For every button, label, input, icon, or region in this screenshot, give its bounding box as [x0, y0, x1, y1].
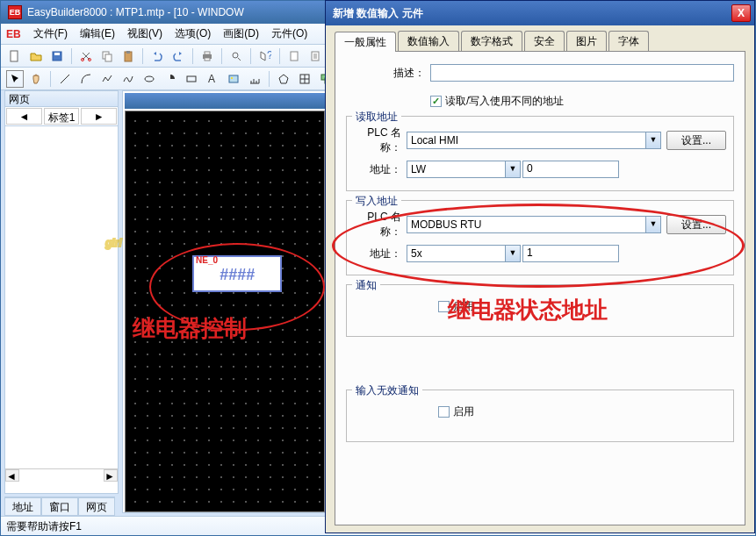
- tb-find-icon[interactable]: [227, 47, 245, 65]
- invalid-enable-checkbox[interactable]: [438, 406, 450, 418]
- notify-enable-checkbox[interactable]: [438, 301, 450, 312]
- dialog-close-button[interactable]: X: [731, 4, 751, 22]
- write-plc-label: PLC 名称：: [354, 210, 407, 239]
- write-addr-label: 地址：: [354, 247, 407, 261]
- bottom-tab-addr[interactable]: 地址: [4, 497, 41, 516]
- write-addr-type-combo[interactable]: 5x▼: [407, 245, 521, 262]
- tb-doc2-icon[interactable]: [306, 47, 324, 65]
- chevron-down-icon[interactable]: ▼: [645, 132, 660, 148]
- chevron-down-icon[interactable]: ▼: [505, 161, 520, 177]
- dialog-titlebar: 新增 数值输入 元件 X: [326, 1, 754, 25]
- read-addr-legend: 读取地址: [352, 110, 401, 125]
- svg-rect-0: [11, 51, 18, 61]
- bottom-tab-win[interactable]: 窗口: [41, 497, 78, 516]
- svg-rect-20: [229, 75, 238, 82]
- left-tab-next[interactable]: ►: [81, 108, 117, 125]
- svg-text:?: ?: [267, 50, 271, 61]
- menu-view[interactable]: 视图(V): [122, 25, 168, 43]
- read-addr-label: 地址：: [354, 162, 407, 177]
- tb-scale-icon[interactable]: [246, 70, 263, 88]
- svg-rect-11: [205, 58, 210, 61]
- tb-grid-icon[interactable]: [296, 70, 313, 88]
- notify-enable-label: 启用: [453, 299, 474, 314]
- diff-addr-checkbox[interactable]: [430, 96, 442, 107]
- svg-rect-18: [187, 76, 196, 82]
- scroll-left-icon[interactable]: ◄: [5, 469, 19, 482]
- canvas-workspace[interactable]: NE_0 #### 继电器控制: [125, 111, 325, 512]
- left-panel: 网页 ◄ 标签1 ► ◄ ►: [4, 90, 119, 494]
- fieldset-read-addr: 读取地址 PLC 名称： Local HMI▼ 设置... 地址： LW▼ 0: [346, 116, 734, 191]
- diff-addr-label: 读取/写入使用不同的地址: [445, 94, 564, 109]
- tb-copy-icon[interactable]: [98, 47, 116, 65]
- left-tab-prev[interactable]: ◄: [6, 108, 42, 125]
- tb-line-icon[interactable]: [56, 70, 74, 88]
- menu-option[interactable]: 选项(O): [169, 25, 216, 43]
- left-tab-strip: ◄ 标签1 ►: [5, 107, 118, 126]
- svg-rect-10: [205, 52, 210, 54]
- tb-open-icon[interactable]: [27, 47, 45, 65]
- chevron-down-icon[interactable]: ▼: [645, 217, 660, 232]
- tb-save-icon[interactable]: [48, 47, 66, 65]
- chevron-down-icon[interactable]: ▼: [505, 246, 520, 261]
- svg-rect-6: [105, 54, 112, 61]
- fieldset-notify: 通知 启用: [346, 284, 734, 337]
- read-settings-button[interactable]: 设置...: [666, 131, 726, 150]
- tb-spline-icon[interactable]: [119, 70, 137, 88]
- svg-point-17: [145, 76, 154, 82]
- dialog-tabs: 一般属性 数值输入 数字格式 安全 图片 字体: [335, 31, 745, 52]
- tb-hand-icon[interactable]: [27, 70, 45, 88]
- scroll-right-icon[interactable]: ►: [104, 469, 118, 482]
- svg-point-21: [231, 77, 233, 79]
- read-plc-label: PLC 名称：: [354, 125, 407, 155]
- tb-arc-icon[interactable]: [77, 70, 95, 88]
- tb-rect-icon[interactable]: [183, 70, 200, 88]
- menu-object[interactable]: 元件(O): [266, 25, 313, 43]
- write-plc-combo[interactable]: MODBUS RTU▼: [407, 216, 661, 233]
- tab-security[interactable]: 安全: [524, 31, 565, 51]
- desc-label: 描述：: [346, 66, 430, 81]
- write-addr-value-input[interactable]: 1: [522, 245, 619, 262]
- svg-rect-2: [54, 53, 60, 55]
- tab-numeric-input[interactable]: 数值输入: [398, 31, 459, 51]
- read-addr-type-combo[interactable]: LW▼: [407, 161, 521, 178]
- svg-text:A: A: [208, 73, 215, 85]
- tb-undo-icon[interactable]: [148, 47, 166, 65]
- annotation-text-1: 继电器控制: [133, 313, 247, 344]
- tb-redo-icon[interactable]: [169, 47, 187, 65]
- menu-file[interactable]: 文件(F): [28, 25, 73, 43]
- left-tab-1[interactable]: 标签1: [44, 108, 80, 125]
- tb-pointer-icon[interactable]: [6, 70, 24, 88]
- notify-legend: 通知: [352, 278, 380, 293]
- tb-image-icon[interactable]: [225, 70, 242, 88]
- tb-pie-icon[interactable]: [162, 70, 179, 88]
- tb-new-icon[interactable]: [6, 47, 24, 65]
- tb-paste-icon[interactable]: [119, 47, 137, 65]
- tab-image[interactable]: 图片: [566, 31, 607, 51]
- dialog-page-general: 描述： 读取/写入使用不同的地址 读取地址 PLC 名称： Local HMI▼…: [335, 52, 745, 525]
- tb-polygon-icon[interactable]: [275, 70, 292, 88]
- menu-draw[interactable]: 画图(D): [218, 25, 264, 43]
- read-addr-value-input[interactable]: 0: [522, 161, 619, 178]
- menu-edit[interactable]: 编辑(E): [75, 25, 120, 43]
- tab-number-format[interactable]: 数字格式: [461, 31, 522, 51]
- bottom-tab-page[interactable]: 网页: [78, 497, 115, 516]
- left-panel-body: [5, 126, 118, 468]
- write-addr-legend: 写入地址: [352, 194, 401, 209]
- svg-point-12: [233, 53, 238, 58]
- tb-help-icon[interactable]: ?: [256, 47, 274, 65]
- dialog-numeric-input: 新增 数值输入 元件 X 一般属性 数值输入 数字格式 安全 图片 字体 描述：…: [325, 0, 755, 533]
- desc-input[interactable]: [430, 64, 734, 82]
- tb-doc1-icon[interactable]: [285, 47, 303, 65]
- read-plc-combo[interactable]: Local HMI▼: [407, 132, 661, 149]
- tb-polyline-icon[interactable]: [98, 70, 116, 88]
- left-panel-hscroll[interactable]: ◄ ►: [5, 468, 118, 482]
- fieldset-invalid-notify: 输入无效通知 启用: [346, 389, 734, 442]
- tab-general[interactable]: 一般属性: [335, 32, 396, 52]
- tab-font[interactable]: 字体: [608, 31, 649, 51]
- tb-ellipse-icon[interactable]: [140, 70, 158, 88]
- write-settings-button[interactable]: 设置...: [666, 215, 726, 234]
- app-icon: EB: [8, 5, 22, 19]
- tb-cut-icon[interactable]: [77, 47, 95, 65]
- tb-text-icon[interactable]: A: [204, 70, 221, 88]
- tb-print-icon[interactable]: [198, 47, 216, 65]
